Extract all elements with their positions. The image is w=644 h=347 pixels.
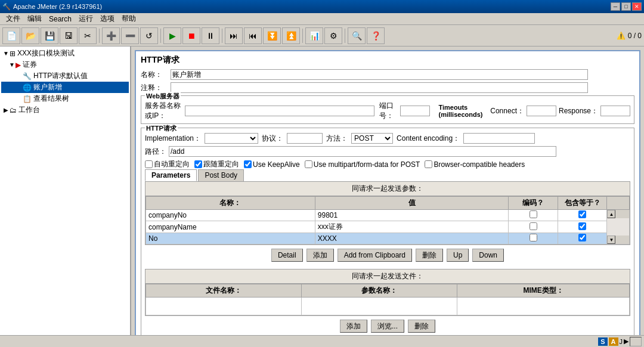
menu-help[interactable]: 帮助: [118, 13, 140, 25]
keepalive-input[interactable]: [244, 160, 252, 168]
detail-button[interactable]: Detail: [271, 249, 303, 262]
scroll-up-button[interactable]: ▲: [607, 210, 615, 218]
tree-item-securities[interactable]: ▼ ▶ 证券: [1, 59, 129, 70]
browse-file-button[interactable]: 浏览...: [371, 320, 404, 333]
save-button[interactable]: 💾: [41, 27, 58, 44]
browser-compat-checkbox[interactable]: Browser-compatible headers: [425, 160, 525, 169]
tab-post-body[interactable]: Post Body: [198, 169, 244, 181]
encoding-input[interactable]: [463, 133, 535, 144]
response-input[interactable]: [600, 106, 630, 116]
search-result-button[interactable]: 🔍: [348, 27, 366, 44]
col-encode: 编码？: [509, 197, 558, 210]
auto-redirect-input[interactable]: [145, 160, 153, 168]
file-buttons-row: 添加 浏览... 删除: [145, 316, 630, 335]
comment-input[interactable]: [171, 82, 588, 93]
remote-stop-button[interactable]: ⏮: [244, 27, 262, 44]
scroll-down-button[interactable]: ▼: [607, 236, 615, 244]
run-button[interactable]: ▶: [163, 27, 181, 44]
tree-expand-icon[interactable]: ▶: [2, 107, 10, 113]
keepalive-checkbox[interactable]: Use KeepAlive: [244, 160, 300, 169]
clear-button[interactable]: ↺: [140, 27, 158, 44]
name-input[interactable]: [171, 69, 588, 80]
include-eq-checkbox[interactable]: [578, 222, 586, 230]
file-mime-cell: [457, 298, 630, 315]
files-area: 同请求一起发送文件： 文件名称： 参数名称： MIME类型：: [145, 269, 630, 316]
saveas-button[interactable]: 🖫: [60, 27, 78, 44]
menu-edit[interactable]: 编辑: [24, 13, 45, 25]
add-button[interactable]: ➕: [102, 27, 120, 44]
add-from-clipboard-button[interactable]: Add from Clipboard: [338, 249, 412, 262]
tree-expand-icon[interactable]: ▼: [2, 50, 10, 57]
protocol-input[interactable]: [287, 133, 323, 144]
browser-compat-input[interactable]: [425, 160, 432, 168]
up-param-button[interactable]: Up: [447, 249, 469, 262]
help-button[interactable]: ❓: [367, 27, 385, 44]
protocol-label: 协议：: [262, 134, 283, 144]
auto-redirect-checkbox[interactable]: 自动重定向: [145, 159, 190, 169]
tree-item-http-defaults[interactable]: 🔧 HTTP请求默认值: [1, 70, 129, 82]
follow-redirect-input[interactable]: [194, 160, 202, 168]
tree-listener-icon: 📋: [23, 95, 32, 103]
cut-button[interactable]: ✂: [79, 27, 97, 44]
path-input[interactable]: [169, 146, 556, 157]
path-label: 路径：: [145, 147, 166, 157]
remove-button[interactable]: ➖: [121, 27, 139, 44]
include-eq-checkbox[interactable]: [578, 210, 586, 218]
pause-button[interactable]: ⏸: [202, 27, 219, 44]
status-bar: S A J ▶: [0, 335, 644, 347]
delete-file-button[interactable]: 删除: [408, 320, 435, 333]
param-value-cell: 99801: [315, 210, 508, 221]
new-button[interactable]: 📄: [2, 27, 20, 44]
main-layout: ▼ ⊞ XXX接口模块测试 ▼ ▶ 证券 🔧 HTTP请求默认值 🌐 账户新增 …: [0, 47, 644, 335]
remote-start-button[interactable]: ⏭: [225, 27, 243, 44]
toolbar-sep5: [345, 29, 345, 43]
tree-expand-icon[interactable]: ▼: [8, 61, 16, 68]
down-param-button[interactable]: Down: [472, 249, 504, 262]
encode-checkbox[interactable]: [530, 210, 537, 218]
tree-item-root[interactable]: ▼ ⊞ XXX接口模块测试: [1, 48, 129, 59]
include-eq-checkbox[interactable]: [578, 234, 586, 241]
impl-select[interactable]: [205, 133, 258, 144]
remote-stop-all-button[interactable]: ⏬: [263, 27, 281, 44]
menu-bar: 文件 编辑 Search 运行 选项 帮助: [0, 13, 644, 25]
stop-button[interactable]: ⏹: [182, 27, 200, 44]
encode-checkbox[interactable]: [530, 234, 537, 241]
tree-item-label: HTTP请求默认值: [33, 71, 88, 81]
remote-clear-button[interactable]: ⏫: [282, 27, 300, 44]
close-button[interactable]: ✕: [632, 2, 642, 11]
file-name-cell: [146, 298, 302, 315]
encoding-label: Content encoding：: [397, 134, 460, 144]
delete-param-button[interactable]: 删除: [416, 249, 443, 262]
follow-redirect-checkbox[interactable]: 跟随重定向: [194, 159, 239, 169]
open-button[interactable]: 📂: [21, 27, 39, 44]
multipart-input[interactable]: [305, 160, 312, 168]
maximize-button[interactable]: □: [621, 2, 631, 11]
connect-input[interactable]: [527, 106, 556, 116]
tree-item-account-add[interactable]: 🌐 账户新增: [1, 82, 129, 93]
server-input[interactable]: [185, 106, 374, 116]
tree-item-label: XXX接口模块测试: [17, 48, 75, 58]
file-param-cell: [302, 298, 457, 315]
minimize-button[interactable]: ─: [611, 2, 620, 11]
encode-checkbox[interactable]: [530, 222, 537, 230]
gear-button[interactable]: ⚙: [324, 27, 342, 44]
menu-file[interactable]: 文件: [2, 13, 24, 25]
tree-item-result-tree[interactable]: 📋 查看结果树: [1, 93, 129, 104]
toolbar-sep3: [222, 29, 222, 43]
menu-options[interactable]: 选项: [97, 13, 118, 25]
method-select[interactable]: POST GET PUT DELETE: [351, 133, 393, 144]
add-file-button[interactable]: 添加: [340, 320, 367, 333]
menu-run[interactable]: 运行: [75, 13, 97, 25]
param-name-cell: companyName: [146, 221, 315, 233]
tab-parameters[interactable]: Parameters: [145, 169, 197, 181]
impl-label: Implementation：: [145, 134, 201, 144]
tree-workbench-icon: 🗂: [10, 106, 17, 114]
template-button[interactable]: 📊: [305, 27, 323, 44]
tree-item-workbench[interactable]: ▶ 🗂 工作台: [1, 104, 129, 116]
multipart-checkbox[interactable]: Use multipart/form-data for POST: [305, 160, 420, 169]
port-input[interactable]: [400, 106, 430, 116]
add-param-button[interactable]: 添加: [306, 249, 334, 262]
right-panel: HTTP请求 名称： 注释： Web服务器 服务器名称或IP： 端口号： T: [131, 47, 644, 335]
param-name-cell: companyNo: [146, 210, 315, 221]
menu-search[interactable]: Search: [45, 14, 75, 24]
